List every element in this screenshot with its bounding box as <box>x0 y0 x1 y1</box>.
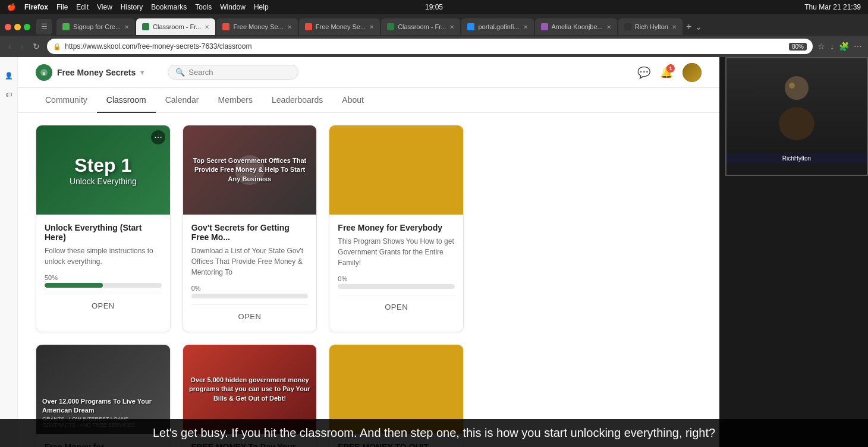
maximize-window-button[interactable] <box>24 24 30 30</box>
tab-5-close[interactable]: ✕ <box>523 24 528 30</box>
open-button-gov[interactable]: OPEN <box>191 307 309 326</box>
brand[interactable]: S Free Money Secrets ▾ <box>36 64 144 81</box>
address-bar[interactable]: 🔒 https://www.skool.com/free-money-secre… <box>47 39 813 54</box>
step-label: Unlock Everything <box>70 177 137 186</box>
tab-5[interactable]: portal.gofinfi... ✕ <box>461 18 533 35</box>
search-input[interactable] <box>188 68 291 77</box>
reload-button[interactable]: ↻ <box>30 40 42 52</box>
course-body-everybody: Free Money for Everybody This Program Sh… <box>329 215 463 322</box>
back-button[interactable]: ‹ <box>6 40 14 52</box>
mac-menubar: 🍎 Firefox File Edit View History Bookmar… <box>0 0 868 14</box>
sidebar-icon-2[interactable]: 🏷 <box>2 88 15 101</box>
course-thumbnail-gov: Top Secret Government Offices That Provi… <box>183 125 317 215</box>
view-menu[interactable]: View <box>97 3 112 11</box>
course-body-step1: Unlock Everything (Start Here) Follow th… <box>36 215 170 321</box>
tab-members[interactable]: Members <box>209 88 262 113</box>
course-thumbnail-step1: Step 1 Unlock Everything ⋯ <box>36 125 170 215</box>
tab-3-close[interactable]: ✕ <box>369 24 374 30</box>
minimize-window-button[interactable] <box>14 24 21 30</box>
tab-3-label: Free Money Se... <box>316 23 366 30</box>
extension-icon[interactable]: 🧩 <box>839 42 849 51</box>
ent-title: Over 12,000 Programs To Live Your Americ… <box>42 397 164 414</box>
chat-icon[interactable]: 💬 <box>637 66 650 79</box>
person-silhouette <box>773 70 820 141</box>
brand-logo: S <box>36 64 52 81</box>
tools-menu[interactable]: Tools <box>195 3 212 11</box>
sidebar-icon-1[interactable]: 👤 <box>2 69 15 82</box>
subtitle-bar: Let's get busy. If you hit the classroom… <box>0 419 868 447</box>
help-menu[interactable]: Help <box>254 3 269 11</box>
download-icon[interactable]: ↓ <box>830 42 834 51</box>
svg-text:S: S <box>42 71 46 76</box>
sidebar-toggle-button[interactable]: ☰ <box>36 19 52 34</box>
tab-2-close[interactable]: ✕ <box>287 24 292 30</box>
tab-3-favicon <box>305 23 312 30</box>
apple-menu[interactable]: 🍎 <box>7 3 16 11</box>
card-divider-everybody <box>338 295 455 295</box>
overflow-menu-icon[interactable]: ⋯ <box>854 42 862 51</box>
edit-menu[interactable]: Edit <box>76 3 89 11</box>
tab-6-close[interactable]: ✕ <box>606 24 611 30</box>
notification-bell-icon[interactable]: 🔔 1 <box>660 66 673 79</box>
video-face <box>727 58 867 153</box>
progress-track-step1 <box>45 283 162 288</box>
tab-7-close[interactable]: ✕ <box>672 24 677 30</box>
step-number: Step 1 <box>74 155 131 177</box>
card-menu-button-step1[interactable]: ⋯ <box>151 130 165 144</box>
video-overlay: FATHOM RichHylton <box>725 57 868 176</box>
card-divider-step1 <box>45 294 162 294</box>
address-bar-actions: ☆ ↓ 🧩 ⋯ <box>817 42 862 51</box>
avatar[interactable] <box>683 63 702 82</box>
file-menu[interactable]: File <box>56 3 68 11</box>
tab-7[interactable]: Rich Hylton ✕ <box>618 18 683 35</box>
bookmarks-menu[interactable]: Bookmarks <box>151 3 187 11</box>
open-button-everybody[interactable]: OPEN <box>338 298 455 316</box>
course-desc-step1: Follow these simple instructions to unlo… <box>45 245 162 267</box>
brand-name: Free Money Secrets <box>57 68 136 77</box>
tab-leaderboards[interactable]: Leaderboards <box>262 88 332 113</box>
tab-overflow-button[interactable]: ⌄ <box>695 22 702 32</box>
tab-1[interactable]: Classroom - Fr... ✕ <box>136 18 215 35</box>
header-search[interactable]: 🔍 <box>168 65 298 80</box>
paybills-text: Over 5,000 hidden government money progr… <box>189 376 311 403</box>
tab-classroom[interactable]: Classroom <box>97 88 156 113</box>
left-sidebar: 👤 🏷 <box>0 57 18 447</box>
course-card-everybody[interactable]: Free Money for Everybody This Program Sh… <box>329 125 464 332</box>
course-grid-container: Step 1 Unlock Everything ⋯ Unlock Everyt… <box>18 113 719 447</box>
tab-6[interactable]: Amelia Koonjbe... ✕ <box>535 18 617 35</box>
tab-2-favicon <box>222 23 229 30</box>
course-title-gov: Gov't Secrets for Getting Free Mo... <box>191 223 309 242</box>
tab-1-favicon <box>142 23 149 30</box>
tab-0[interactable]: Signup for Cre... ✕ <box>56 18 135 35</box>
close-window-button[interactable] <box>5 24 11 30</box>
tab-about[interactable]: About <box>332 88 373 113</box>
tab-community[interactable]: Community <box>36 88 97 113</box>
bookmark-icon[interactable]: ☆ <box>817 42 825 51</box>
forward-button[interactable]: › <box>18 40 26 52</box>
history-menu[interactable]: History <box>121 3 143 11</box>
tab-calendar[interactable]: Calendar <box>156 88 209 113</box>
svg-point-2 <box>785 76 809 100</box>
tab-4[interactable]: Classroom - Fr... ✕ <box>381 18 460 35</box>
course-desc-everybody: This Program Shows You How to get Govern… <box>338 236 455 268</box>
brand-dropdown-icon[interactable]: ▾ <box>140 68 144 77</box>
open-button-step1[interactable]: OPEN <box>45 297 162 315</box>
course-thumbnail-everybody <box>329 125 463 215</box>
progress-container-everybody: 0% <box>338 275 455 289</box>
tab-4-close[interactable]: ✕ <box>449 24 454 30</box>
course-card-gov[interactable]: Top Secret Government Offices That Provi… <box>183 125 317 332</box>
tab-5-label: portal.gofinfi... <box>478 23 519 30</box>
course-card-step1[interactable]: Step 1 Unlock Everything ⋯ Unlock Everyt… <box>36 125 171 332</box>
progress-label-gov: 0% <box>191 285 309 292</box>
window-menu[interactable]: Window <box>220 3 246 11</box>
new-tab-button[interactable]: + <box>686 21 691 32</box>
subtitle-text: Let's get busy. If you hit the classroom… <box>153 426 715 439</box>
security-icon: 🔒 <box>53 43 61 51</box>
tab-6-favicon <box>541 23 548 30</box>
tab-2[interactable]: Free Money Se... ✕ <box>216 18 297 35</box>
tab-0-close[interactable]: ✕ <box>124 24 129 30</box>
tab-1-close[interactable]: ✕ <box>205 24 209 30</box>
tab-4-favicon <box>387 23 394 30</box>
tab-3[interactable]: Free Money Se... ✕ <box>299 18 380 35</box>
firefox-menu[interactable]: Firefox <box>24 3 48 11</box>
